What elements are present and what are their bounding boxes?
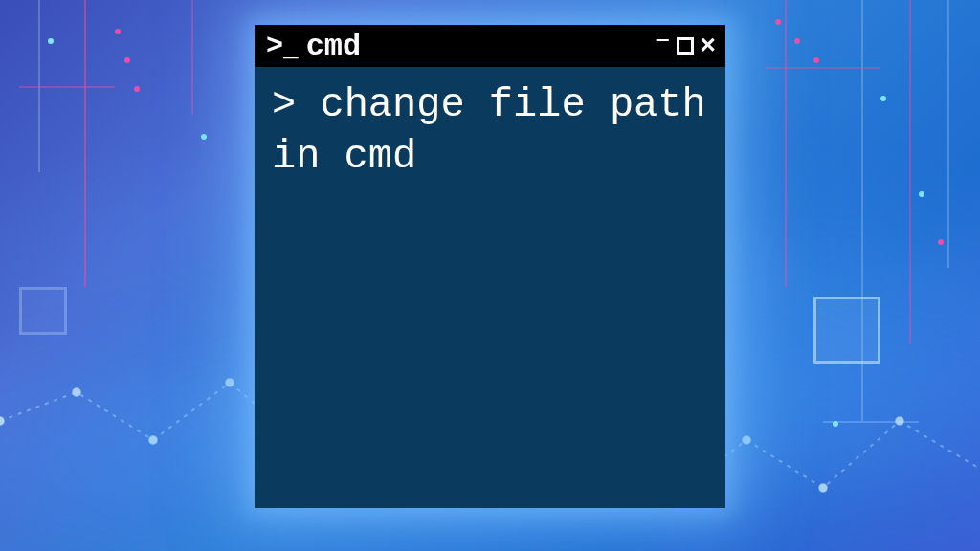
close-button[interactable]: × (700, 32, 716, 61)
minimize-button[interactable]: – (654, 24, 671, 56)
titlebar[interactable]: >_ cmd – × (255, 25, 725, 67)
window-title: cmd (306, 29, 645, 64)
window-controls: – × (654, 30, 716, 62)
prompt-symbol: > (272, 82, 296, 128)
maximize-button[interactable] (677, 37, 694, 55)
terminal-window: >_ cmd – × > change file path in cmd (255, 25, 725, 508)
terminal-icon: >_ (266, 30, 297, 62)
terminal-body[interactable]: > change file path in cmd (255, 67, 725, 197)
command-text: change file path in cmd (272, 82, 730, 180)
